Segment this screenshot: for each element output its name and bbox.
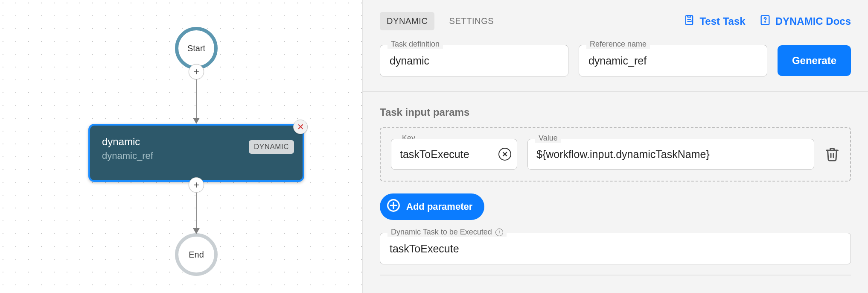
dynamic-task-exec-label: Dynamic Task to be Executed i <box>387 228 507 237</box>
params-section: Task input params Key ✕ Value <box>363 92 868 290</box>
start-node-label: Start <box>187 44 205 53</box>
dynamic-task-exec-label-text: Dynamic Task to be Executed <box>391 228 492 237</box>
task-definition-field: Task definition <box>380 45 568 76</box>
clear-key-button[interactable]: ✕ <box>498 148 511 161</box>
side-panel: DYNAMIC SETTINGS Test Task <box>363 0 868 293</box>
tab-dynamic[interactable]: DYNAMIC <box>380 12 434 30</box>
param-row: Key ✕ Value <box>380 127 851 182</box>
reference-name-field: Reference name <box>579 45 767 76</box>
add-parameter-button[interactable]: Add parameter <box>380 193 484 220</box>
add-parameter-label: Add parameter <box>406 201 472 212</box>
test-task-link[interactable]: Test Task <box>683 14 745 29</box>
param-value-input[interactable] <box>527 139 814 170</box>
end-node-label: End <box>189 250 204 260</box>
param-key-field: Key ✕ <box>391 139 517 170</box>
edge-arrowhead <box>193 228 200 234</box>
task-node-dynamic[interactable]: dynamic dynamic_ref DYNAMIC ✕ <box>88 124 304 182</box>
help-doc-icon <box>759 14 771 29</box>
plus-circle-icon <box>387 199 400 215</box>
close-icon: ✕ <box>297 122 304 132</box>
reference-name-label: Reference name <box>586 40 650 49</box>
reference-name-input[interactable] <box>579 45 767 76</box>
start-node[interactable]: Start <box>175 27 218 70</box>
svg-point-2 <box>765 21 766 22</box>
clear-icon: ✕ <box>502 150 508 159</box>
add-node-handle-bottom[interactable]: + <box>189 177 204 193</box>
panel-divider <box>380 275 851 281</box>
info-icon[interactable]: i <box>495 229 503 236</box>
param-value-label: Value <box>535 134 561 143</box>
end-node[interactable]: End <box>175 233 218 276</box>
task-definition-label: Task definition <box>387 40 443 49</box>
param-value-field: Value <box>527 139 814 170</box>
clipboard-icon <box>683 14 695 29</box>
delete-param-button[interactable] <box>824 146 840 162</box>
trash-icon <box>824 146 840 162</box>
add-node-handle-top[interactable]: + <box>189 64 204 79</box>
delete-task-button[interactable]: ✕ <box>293 120 308 134</box>
docs-link[interactable]: DYNAMIC Docs <box>759 14 851 29</box>
definition-row: Task definition Reference name Generate <box>380 45 851 76</box>
tab-settings[interactable]: SETTINGS <box>442 12 501 30</box>
docs-label: DYNAMIC Docs <box>775 15 851 27</box>
dynamic-task-exec-field: Dynamic Task to be Executed i <box>380 233 851 264</box>
app-root: Start + dynamic dynamic_ref DYNAMIC ✕ + … <box>0 0 868 293</box>
generate-button[interactable]: Generate <box>778 45 851 76</box>
params-title: Task input params <box>380 106 851 118</box>
panel-header: DYNAMIC SETTINGS Test Task <box>363 0 868 92</box>
workflow-canvas[interactable]: Start + dynamic dynamic_ref DYNAMIC ✕ + … <box>0 0 363 293</box>
task-node-type-badge: DYNAMIC <box>249 140 294 154</box>
test-task-label: Test Task <box>699 15 745 27</box>
dynamic-task-exec-input[interactable] <box>380 233 851 264</box>
task-definition-input[interactable] <box>380 45 568 76</box>
tabs-row: DYNAMIC SETTINGS Test Task <box>380 12 851 30</box>
edge-arrowhead <box>193 118 200 124</box>
